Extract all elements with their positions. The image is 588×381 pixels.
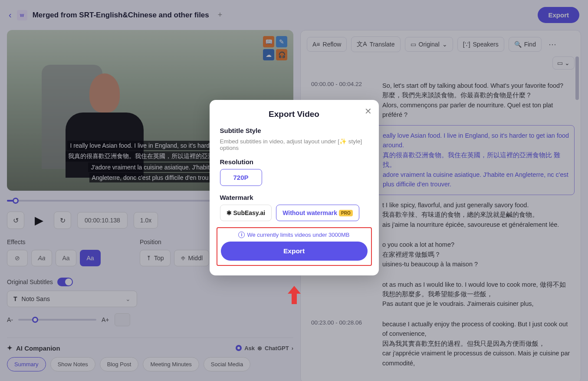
style-inline-icon: ✨	[339, 138, 347, 145]
resolution-720p[interactable]: 720P	[220, 169, 262, 186]
export-action-button[interactable]: Export	[221, 242, 368, 261]
red-arrow-annotation	[287, 285, 302, 309]
modal-title: Export Video	[220, 109, 368, 119]
watermark-label: Watermark	[220, 194, 368, 201]
watermark-subeasy[interactable]: ✱SubEasy.ai	[220, 205, 272, 221]
pro-badge: PRO	[339, 210, 353, 216]
close-button[interactable]: ✕	[365, 106, 372, 116]
export-highlight: i We currently limits videos under 3000M…	[217, 227, 372, 266]
size-limit-text: i We currently limits videos under 3000M…	[221, 232, 368, 238]
info-icon: i	[238, 232, 245, 238]
subtitle-style-label: Subtitle Style	[220, 127, 368, 134]
subtitle-style-desc: Embed subtitles in video, adjust layout …	[220, 138, 368, 151]
resolution-label: Resolution	[220, 158, 368, 166]
export-video-modal: ✕ Export Video Subtitle Style Embed subt…	[210, 100, 379, 275]
watermark-none[interactable]: Without watermarkPRO	[276, 205, 359, 221]
